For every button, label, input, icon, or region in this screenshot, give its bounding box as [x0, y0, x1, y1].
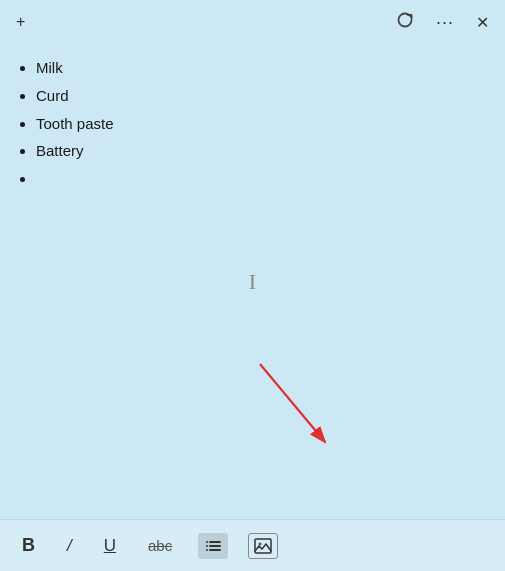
list-item: Battery [36, 137, 487, 165]
close-button[interactable]: ✕ [472, 9, 493, 36]
svg-point-9 [259, 542, 262, 545]
image-icon [254, 537, 272, 555]
refresh-icon [396, 11, 414, 33]
italic-button[interactable]: / [61, 532, 78, 560]
svg-point-7 [206, 549, 208, 551]
underline-button[interactable]: U [98, 532, 122, 560]
svg-point-5 [206, 541, 208, 543]
add-button[interactable]: + [12, 9, 29, 35]
title-bar: + ··· ✕ [0, 0, 505, 44]
list-item: Curd [36, 82, 487, 110]
svg-line-1 [260, 364, 325, 442]
list-item: Tooth paste [36, 110, 487, 138]
note-list: Milk Curd Tooth paste Battery [18, 54, 487, 193]
list-item-empty [36, 165, 487, 193]
more-button[interactable]: ··· [432, 8, 458, 37]
bold-button[interactable]: B [16, 531, 41, 560]
more-icon: ··· [436, 12, 454, 33]
svg-rect-8 [255, 539, 271, 553]
title-bar-right: ··· ✕ [392, 7, 493, 37]
list-item: Milk [36, 54, 487, 82]
arrow-indicator [200, 354, 360, 464]
svg-point-6 [206, 545, 208, 547]
add-icon: + [16, 13, 25, 31]
list-icon [204, 537, 222, 555]
refresh-button[interactable] [392, 7, 418, 37]
title-bar-left: + [12, 9, 29, 35]
list-button[interactable] [198, 533, 228, 559]
strikethrough-button[interactable]: abc [142, 533, 178, 558]
image-button[interactable] [248, 533, 278, 559]
content-area[interactable]: Milk Curd Tooth paste Battery I [0, 44, 505, 519]
text-cursor: I [249, 269, 256, 295]
toolbar: B / U abc [0, 519, 505, 571]
close-icon: ✕ [476, 13, 489, 32]
